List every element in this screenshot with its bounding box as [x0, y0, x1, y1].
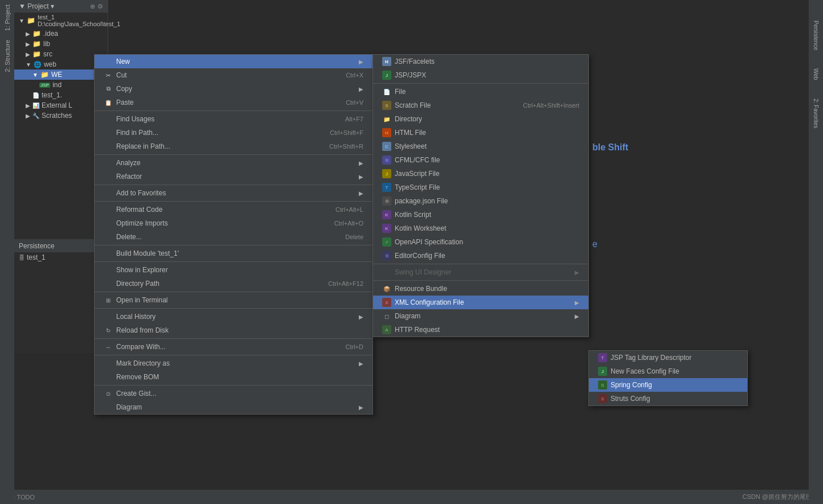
persistence-item-icon: 🗄: [19, 255, 24, 261]
submenu-item-ts[interactable]: T TypeScript File: [373, 181, 588, 194]
diagram-icon: [104, 403, 113, 412]
project-icon-1[interactable]: ⊕: [90, 3, 95, 10]
menu-item-reload[interactable]: ↻ Reload from Disk: [95, 323, 372, 337]
submenu-item-jsf[interactable]: H JSF/Facelets: [373, 55, 588, 68]
submenu-item-directory[interactable]: 📁 Directory: [373, 112, 588, 126]
submenu-resource-left: 📦 Resource Bundle: [382, 284, 447, 293]
submenu-xml-item-faces[interactable]: J New Faces Config File: [589, 364, 747, 378]
menu-item-new-left: New: [104, 57, 130, 66]
submenu-item-file[interactable]: 📄 File: [373, 85, 588, 99]
submenu-label-js: JavaScript File: [395, 170, 440, 178]
submenu-item-jsp[interactable]: J JSP/JSPX: [373, 68, 588, 82]
submenu-item-scratch[interactable]: S Scratch File Ctrl+Alt+Shift+Insert: [373, 99, 588, 112]
project-icon-2[interactable]: ⚙: [97, 3, 103, 10]
paste-icon: 📋: [104, 98, 113, 107]
submenu-label-xml: XML Configuration File: [395, 298, 464, 306]
separator-2: [95, 154, 372, 155]
remove-bom-icon: [104, 372, 113, 382]
right-tab-persistence[interactable]: Persistence: [811, 17, 821, 54]
submenu-item-css[interactable]: C Stylesheet: [373, 140, 588, 153]
submenu-xml-label-jsp-tag: JSP Tag Library Descriptor: [611, 354, 691, 362]
submenu-item-http[interactable]: A HTTP Request: [373, 323, 588, 337]
separator-10: [95, 355, 372, 355]
menu-label-new: New: [116, 58, 130, 65]
submenu-label-openapi: OpenAPI Specification: [395, 238, 463, 246]
menu-item-show-explorer[interactable]: Show in Explorer: [95, 263, 372, 277]
submenu-item-openapi[interactable]: ✓ OpenAPI Specification: [373, 235, 588, 249]
submenu-item-kotlin[interactable]: K Kotlin Script: [373, 208, 588, 222]
folder-icon-src: 📁: [32, 50, 41, 58]
submenu-item-kotlin-ws[interactable]: K Kotlin Worksheet: [373, 222, 588, 235]
menu-item-create-gist[interactable]: ⊙ Create Gist...: [95, 387, 372, 400]
submenu-xml-label-spring: Spring Config: [611, 381, 652, 389]
swing-arrow-icon: ▶: [575, 269, 579, 276]
menu-item-terminal[interactable]: ⊞ Open in Terminal: [95, 293, 372, 307]
terminal-icon: ⊞: [104, 296, 113, 305]
submenu-item-swing[interactable]: Swing UI Designer ▶: [373, 265, 588, 279]
submenu-item-editor[interactable]: ⚙ EditorConfig File: [373, 249, 588, 263]
submenu-xml-item-spring[interactable]: S Spring Config: [589, 378, 747, 392]
sidebar-tab-structure[interactable]: 2: Structure: [2, 35, 13, 77]
tree-label-scratches: Scratches: [42, 112, 72, 120]
submenu-item-resource[interactable]: 📦 Resource Bundle: [373, 282, 588, 296]
menu-label-local-history: Local History: [116, 313, 155, 321]
submenu-item-js[interactable]: J JavaScript File: [373, 167, 588, 181]
tree-label-ind: ind: [52, 81, 62, 89]
menu-item-replace-path[interactable]: Replace in Path... Ctrl+Shift+R: [95, 140, 372, 153]
submenu-kotlin-ws-left: K Kotlin Worksheet: [382, 224, 447, 233]
submenu-label-file: File: [395, 88, 406, 96]
chevron-right-icon-src: ▶: [26, 51, 30, 58]
jsf-icon: H: [382, 57, 391, 66]
chevron-down-icon-we: ▼: [32, 72, 38, 78]
menu-item-add-favorites[interactable]: Add to Favorites ▶: [95, 186, 372, 200]
menu-item-reformat[interactable]: Reformat Code Ctrl+Alt+L: [95, 203, 372, 216]
cut-icon: ✂: [104, 71, 113, 80]
submenu-xml-item-struts[interactable]: S Struts Config: [589, 392, 747, 405]
tree-item-test1[interactable]: ▼ 📁 test_1 D:\coding\Java_School\test_1: [14, 13, 108, 28]
favorites-arrow-icon: ▶: [359, 190, 363, 196]
menu-item-local-history[interactable]: Local History ▶: [95, 310, 372, 323]
submenu-pkg-left: ⚙ package.json File: [382, 196, 448, 206]
tree-item-lib[interactable]: ▶ 📁 lib: [14, 39, 108, 49]
separator-11: [95, 385, 372, 386]
submenu-item-cfml[interactable]: ⊞ CFML/CFC file: [373, 153, 588, 167]
submenu-openapi-left: ✓ OpenAPI Specification: [382, 237, 463, 247]
menu-item-analyze[interactable]: Analyze ▶: [95, 156, 372, 170]
menu-label-analyze: Analyze: [116, 159, 141, 167]
menu-item-optimize[interactable]: Optimize Imports Ctrl+Alt+O: [95, 216, 372, 230]
menu-item-build-module[interactable]: Build Module 'test_1': [95, 247, 372, 260]
replace-path-icon: [104, 142, 113, 151]
find-usages-icon: [104, 114, 113, 124]
menu-item-refactor[interactable]: Refactor ▶: [95, 170, 372, 183]
menu-item-diagram[interactable]: Diagram ▶: [95, 400, 372, 414]
submenu-new: H JSF/Facelets J JSP/JSPX 📄 File S Scrat…: [372, 54, 589, 337]
submenu-item-diagram[interactable]: ◻ Diagram ▶: [373, 309, 588, 323]
tree-item-idea[interactable]: ▶ 📁 .idea: [14, 28, 108, 39]
menu-item-remove-bom[interactable]: Remove BOM: [95, 370, 372, 384]
dir-path-shortcut: Ctrl+Alt+F12: [328, 280, 363, 287]
github-icon: ⊙: [104, 389, 113, 398]
submenu-xml-label-faces: New Faces Config File: [611, 367, 679, 375]
right-tab-web[interactable]: Web: [811, 65, 821, 83]
menu-label-compare: Compare With...: [116, 343, 166, 351]
menu-item-find-usages[interactable]: Find Usages Alt+F7: [95, 112, 372, 126]
menu-item-paste[interactable]: 📋 Paste Ctrl+V: [95, 96, 372, 109]
submenu-item-html[interactable]: H HTML File: [373, 126, 588, 140]
menu-item-compare[interactable]: ↔ Compare With... Ctrl+D: [95, 340, 372, 354]
menu-item-new[interactable]: New ▶: [95, 55, 372, 68]
menu-item-find-path[interactable]: Find in Path... Ctrl+Shift+F: [95, 126, 372, 140]
right-tab-favorites[interactable]: 2: Favorites: [811, 95, 821, 132]
scratch-icon: S: [382, 101, 391, 110]
menu-item-delete[interactable]: Delete... Delete: [95, 230, 372, 244]
delete-shortcut: Delete: [345, 233, 363, 240]
submenu-item-xml[interactable]: X XML Configuration File ▶: [373, 296, 588, 309]
menu-item-copy[interactable]: ⧉ Copy ▶: [95, 82, 372, 96]
sidebar-tab-project[interactable]: 1: Project: [2, 0, 13, 35]
submenu-xml-item-jsp-tag[interactable]: T JSP Tag Library Descriptor: [589, 351, 747, 364]
menu-item-favorites-left: Add to Favorites: [104, 189, 166, 198]
menu-item-reformat-left: Reformat Code: [104, 205, 162, 214]
menu-item-dir-path[interactable]: Directory Path Ctrl+Alt+F12: [95, 277, 372, 290]
menu-item-cut[interactable]: ✂ Cut Ctrl+X: [95, 68, 372, 82]
menu-item-mark-dir[interactable]: Mark Directory as ▶: [95, 357, 372, 370]
submenu-item-pkg[interactable]: ⚙ package.json File: [373, 194, 588, 208]
